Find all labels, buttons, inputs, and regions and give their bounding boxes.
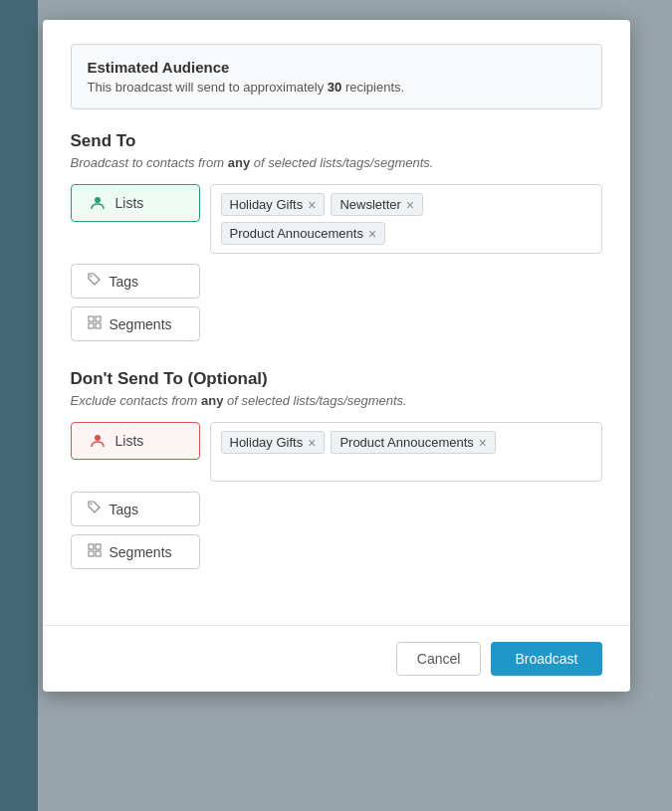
svg-rect-10 — [89, 551, 94, 556]
modal-dialog: Estimated Audience This broadcast will s… — [43, 20, 630, 692]
send-to-tags-button[interactable]: Tags — [71, 264, 200, 299]
segments-label: Segments — [110, 316, 172, 332]
send-to-lists-row: Lists Holiday Gifts × Newsletter × Produ… — [71, 184, 602, 254]
remove-newsletter-button[interactable]: × — [406, 198, 414, 212]
dont-send-to-segments-button[interactable]: Segments — [71, 534, 200, 569]
exclude-suffix: of selected lists/tags/segments. — [223, 393, 406, 408]
svg-point-7 — [90, 504, 92, 506]
grid-icon-2 — [88, 543, 102, 560]
tag-label: Holiday Gifts — [230, 197, 304, 212]
subtitle-suffix: of selected lists/tags/segments. — [250, 155, 433, 170]
exclude-tag-chip-holiday-gifts: Holiday Gifts × — [221, 431, 326, 454]
tags-label: Tags — [110, 274, 139, 290]
svg-rect-4 — [89, 323, 94, 328]
exclude-tag-chip-product-annoucements: Product Annoucements × — [331, 431, 496, 454]
broadcast-button[interactable]: Broadcast — [491, 642, 601, 676]
tag-chip-product-annoucements: Product Annoucements × — [221, 222, 386, 245]
desc-prefix: This broadcast will send to approximatel… — [88, 80, 328, 95]
cancel-button[interactable]: Cancel — [396, 642, 482, 676]
tag-label: Newsletter — [339, 197, 400, 212]
tag-icon-2 — [88, 501, 102, 517]
remove-exclude-holiday-gifts-button[interactable]: × — [308, 436, 316, 450]
dont-send-to-subtitle: Exclude contacts from any of selected li… — [71, 393, 602, 408]
tag-label: Product Annoucements — [230, 226, 363, 241]
subtitle-any: any — [228, 155, 250, 170]
desc-suffix: recipients. — [341, 80, 404, 95]
exclude-any: any — [201, 393, 223, 408]
person-icon-red — [88, 431, 108, 451]
dont-send-to-tags-button[interactable]: Tags — [71, 492, 200, 526]
svg-rect-9 — [96, 544, 101, 549]
svg-rect-2 — [89, 316, 94, 321]
grid-icon — [88, 315, 102, 332]
dont-send-to-lists-button[interactable]: Lists — [71, 422, 200, 460]
svg-rect-5 — [96, 323, 101, 328]
person-icon — [88, 193, 108, 213]
svg-point-6 — [95, 435, 101, 441]
modal-body: Estimated Audience This broadcast will s… — [43, 20, 630, 605]
send-to-title: Send To — [71, 131, 602, 151]
tag-label: Holiday Gifts — [230, 435, 304, 450]
remove-exclude-product-annoucements-button[interactable]: × — [479, 436, 487, 450]
exclude-prefix: Exclude contacts from — [71, 393, 202, 408]
svg-rect-11 — [96, 551, 101, 556]
svg-point-1 — [90, 276, 92, 278]
modal-footer: Cancel Broadcast — [43, 625, 630, 692]
svg-rect-3 — [96, 316, 101, 321]
svg-point-0 — [95, 197, 101, 203]
dont-tags-label: Tags — [110, 502, 139, 517]
tag-icon — [88, 273, 102, 290]
tag-chip-newsletter: Newsletter × — [331, 193, 423, 216]
dont-lists-label: Lists — [115, 433, 144, 449]
modal-overlay: Estimated Audience This broadcast will s… — [0, 0, 672, 811]
estimated-audience-title: Estimated Audience — [88, 59, 585, 76]
tag-chip-holiday-gifts: Holiday Gifts × — [221, 193, 326, 216]
estimated-audience-box: Estimated Audience This broadcast will s… — [71, 44, 602, 109]
dont-send-to-section: Don't Send To (Optional) Exclude contact… — [71, 369, 602, 569]
send-to-tags-container: Holiday Gifts × Newsletter × Product Ann… — [210, 184, 602, 254]
dont-send-to-lists-row: Lists Holiday Gifts × Product Annoucemen… — [71, 422, 602, 482]
send-to-segments-button[interactable]: Segments — [71, 306, 200, 341]
remove-product-annoucements-button[interactable]: × — [368, 227, 376, 241]
recipient-count: 30 — [328, 80, 341, 95]
svg-rect-8 — [89, 544, 94, 549]
estimated-audience-desc: This broadcast will send to approximatel… — [88, 80, 585, 95]
tag-label: Product Annoucements — [339, 435, 473, 450]
lists-label: Lists — [115, 195, 144, 211]
subtitle-prefix: Broadcast to contacts from — [71, 155, 228, 170]
dont-segments-label: Segments — [110, 544, 172, 560]
send-to-lists-button[interactable]: Lists — [71, 184, 200, 222]
remove-holiday-gifts-button[interactable]: × — [308, 198, 316, 212]
dont-send-to-tags-container: Holiday Gifts × Product Annoucements × — [210, 422, 602, 482]
send-to-subtitle: Broadcast to contacts from any of select… — [71, 155, 602, 170]
dont-send-to-title: Don't Send To (Optional) — [71, 369, 602, 389]
